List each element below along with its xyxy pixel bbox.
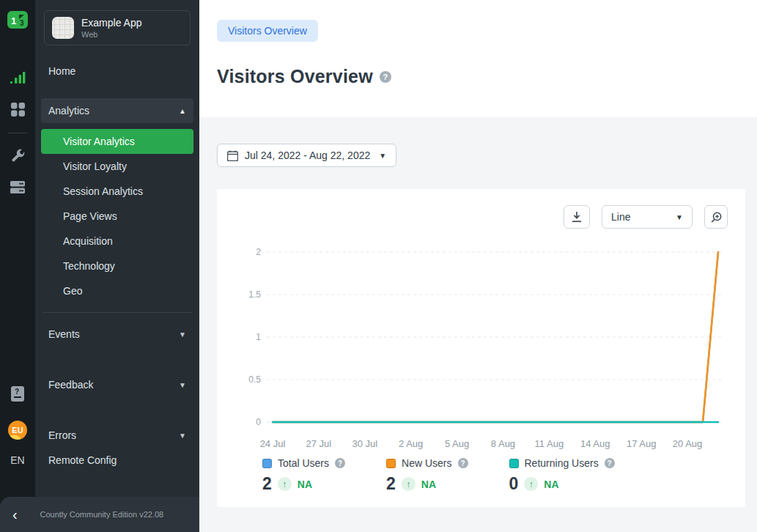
wrench-icon[interactable]: [10, 148, 25, 163]
total-users-help-icon[interactable]: ?: [335, 458, 345, 468]
page-title: Visitors Overview: [217, 66, 373, 87]
new-users-value: 2: [386, 474, 396, 494]
svg-text:11 Aug: 11 Aug: [535, 438, 564, 449]
svg-text:1: 1: [11, 15, 16, 26]
chevron-down-icon: ▼: [179, 381, 186, 389]
sidebar-item-remote-config[interactable]: Remote Config: [41, 448, 193, 473]
returning-users-help-icon[interactable]: ?: [605, 458, 615, 468]
sidebar-item-feedback[interactable]: Feedback ▼: [41, 372, 193, 397]
calendar-icon: [227, 150, 238, 161]
chart-card: Line ▼ 00.511.5224 Jul27 Jul30 Jul2 Aug5…: [217, 189, 745, 507]
icon-rail: 1 3: [0, 0, 35, 532]
version-label: Countly Community Edition v22.08: [18, 510, 199, 519]
zoom-chart-button[interactable]: [704, 205, 728, 229]
sidebar-menu-panel: Example App Web Home Analytics ▲ Visitor…: [35, 0, 199, 532]
sidebar-item-home[interactable]: Home: [41, 59, 193, 84]
sidebar: 1 3: [0, 0, 199, 532]
sidebar-item-geo[interactable]: Geo: [41, 278, 193, 303]
sidebar-footer: ‹ Countly Community Edition v22.08: [0, 497, 199, 532]
rail-divider: [8, 133, 27, 133]
countly-logo-icon[interactable]: 1 3: [7, 9, 29, 34]
sidebar-menu: Home Analytics ▲ Visitor Analytics Visit…: [35, 45, 199, 473]
svg-text:24 Jul: 24 Jul: [260, 438, 286, 449]
chevron-down-icon: ▼: [179, 330, 186, 339]
trend-up-icon: ↑: [402, 477, 416, 491]
chart-legend: Total Users ? 2 ↑ NA New Users ?: [262, 457, 728, 494]
server-icon[interactable]: [10, 180, 25, 194]
svg-text:27 Jul: 27 Jul: [306, 438, 332, 449]
eu-region-badge[interactable]: EU: [8, 421, 27, 440]
main-area: Visitors Overview Visitors Overview ? Ju…: [199, 0, 757, 532]
svg-text:?: ?: [15, 388, 19, 396]
sidebar-item-acquisition[interactable]: Acquisition: [41, 229, 193, 254]
chart-type-value: Line: [611, 211, 630, 223]
total-users-swatch: [262, 459, 272, 468]
legend-item-new-users[interactable]: New Users ? 2 ↑ NA: [386, 457, 468, 494]
app-icon: [52, 17, 74, 39]
page-header: Visitors Overview Visitors Overview ?: [199, 0, 757, 117]
app-platform: Web: [81, 30, 142, 39]
sidebar-item-visitor-analytics[interactable]: Visitor Analytics: [41, 129, 193, 154]
visitors-line-chart: 00.511.5224 Jul27 Jul30 Jul2 Aug5 Aug8 A…: [235, 234, 730, 454]
new-users-help-icon[interactable]: ?: [458, 458, 468, 468]
download-icon: [572, 212, 582, 223]
chevron-down-icon: ▼: [179, 432, 186, 440]
title-help-icon[interactable]: ?: [380, 71, 391, 83]
returning-users-change: NA: [544, 479, 558, 490]
language-selector[interactable]: EN: [10, 454, 24, 466]
sidebar-item-page-views[interactable]: Page Views: [41, 204, 193, 229]
date-range-value: Jul 24, 2022 - Aug 22, 2022: [245, 149, 370, 161]
svg-text:2: 2: [256, 247, 261, 257]
dashboard-grid-icon[interactable]: [11, 103, 25, 117]
chart-controls: Line ▼: [235, 205, 728, 229]
legend-item-returning-users[interactable]: Returning Users ? 0 ↑ NA: [509, 457, 615, 494]
menu-divider: [43, 312, 192, 313]
legend-item-total-users[interactable]: Total Users ? 2 ↑ NA: [262, 457, 345, 494]
app-switcher[interactable]: Example App Web: [44, 10, 191, 45]
sidebar-item-analytics[interactable]: Analytics ▲: [41, 98, 193, 123]
help-document-icon[interactable]: ?: [11, 386, 24, 402]
svg-text:30 Jul: 30 Jul: [352, 438, 377, 449]
chart-type-select[interactable]: Line ▼: [602, 205, 693, 229]
svg-text:1.5: 1.5: [248, 289, 261, 300]
chevron-down-icon: ▼: [676, 213, 683, 221]
breadcrumb-tab-visitors-overview[interactable]: Visitors Overview: [217, 20, 318, 42]
svg-text:1: 1: [256, 332, 261, 342]
new-users-swatch: [386, 459, 396, 468]
svg-text:17 Aug: 17 Aug: [627, 438, 657, 449]
svg-text:3: 3: [20, 19, 24, 27]
svg-text:2 Aug: 2 Aug: [399, 438, 423, 449]
svg-text:8 Aug: 8 Aug: [491, 438, 515, 449]
sidebar-item-visitor-loyalty[interactable]: Visitor Loyalty: [41, 154, 193, 179]
svg-text:5 Aug: 5 Aug: [445, 438, 469, 449]
trend-up-icon: ↑: [278, 477, 292, 491]
svg-text:14 Aug: 14 Aug: [580, 438, 610, 449]
collapse-sidebar-button[interactable]: ‹: [12, 507, 18, 522]
new-users-change: NA: [421, 479, 436, 490]
download-chart-button[interactable]: [564, 205, 590, 229]
analytics-bars-icon[interactable]: [10, 72, 26, 85]
returning-users-value: 0: [509, 474, 519, 494]
content-area: Jul 24, 2022 - Aug 22, 2022 ▼ Line ▼: [199, 117, 757, 532]
chevron-up-icon: ▲: [179, 107, 186, 115]
sidebar-item-technology[interactable]: Technology: [41, 254, 193, 278]
trend-up-icon: ↑: [524, 477, 538, 491]
sidebar-item-errors[interactable]: Errors ▼: [41, 423, 193, 448]
returning-users-swatch: [509, 459, 519, 468]
svg-text:0: 0: [256, 417, 261, 427]
date-range-picker[interactable]: Jul 24, 2022 - Aug 22, 2022 ▼: [217, 144, 396, 167]
svg-text:0.5: 0.5: [248, 374, 261, 385]
total-users-change: NA: [298, 479, 312, 490]
chevron-down-icon: ▼: [379, 152, 386, 160]
sidebar-item-session-analytics[interactable]: Session Analytics: [41, 179, 193, 204]
magnifier-plus-icon: [711, 212, 722, 223]
app-name: Example App: [81, 17, 142, 29]
svg-text:20 Aug: 20 Aug: [673, 438, 703, 449]
sidebar-item-events[interactable]: Events ▼: [41, 322, 193, 347]
total-users-value: 2: [262, 474, 272, 494]
